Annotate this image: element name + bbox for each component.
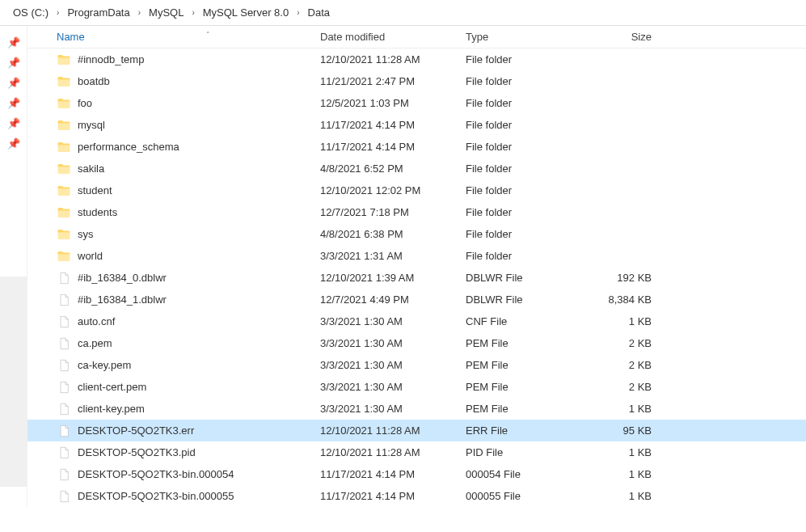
pin-icon[interactable]: 📌 [0, 93, 27, 113]
file-name: DESKTOP-5QO2TK3.err [78, 424, 194, 437]
breadcrumb-item[interactable]: OS (C:) [8, 5, 53, 20]
column-header-name[interactable]: Name ˄ [27, 31, 320, 43]
breadcrumb-item[interactable]: ProgramData [62, 5, 134, 20]
chevron-right-icon: › [192, 8, 194, 17]
column-header-size[interactable]: Size [579, 31, 668, 43]
file-row[interactable]: ca-key.pem3/3/2021 1:30 AMPEM File2 KB [27, 354, 806, 376]
pin-icon[interactable]: 📌 [0, 113, 27, 133]
sidebar-block [0, 277, 27, 487]
breadcrumb-item[interactable]: MySQL [144, 5, 188, 20]
file-icon [57, 358, 71, 373]
file-icon [57, 445, 71, 460]
file-row[interactable]: DESKTOP-5QO2TK3-bin.00005411/17/2021 4:1… [27, 463, 806, 485]
chevron-right-icon: › [138, 8, 141, 17]
file-type: PEM File [466, 381, 579, 393]
file-row[interactable]: client-key.pem3/3/2021 1:30 AMPEM File1 … [27, 398, 806, 420]
file-size: 95 KB [579, 424, 668, 437]
folder-icon [57, 184, 71, 198]
pin-icon[interactable]: 📌 [0, 133, 27, 154]
file-size: 2 KB [579, 359, 668, 371]
breadcrumb-item[interactable]: MySQL Server 8.0 [198, 5, 293, 20]
file-name: sakila [78, 163, 104, 175]
file-icon [57, 293, 71, 307]
file-size: 1 KB [579, 468, 668, 480]
file-date: 3/3/2021 1:30 AM [320, 403, 466, 415]
file-type: File folder [466, 75, 579, 87]
file-type: 000054 File [466, 468, 579, 480]
file-type: PEM File [466, 337, 579, 349]
folder-row[interactable]: world3/3/2021 1:31 AMFile folder [27, 245, 806, 267]
column-header-date[interactable]: Date modified [320, 31, 466, 43]
file-size: 2 KB [579, 337, 668, 349]
file-date: 3/3/2021 1:31 AM [320, 250, 466, 262]
file-type: DBLWR File [466, 272, 579, 284]
file-type: DBLWR File [466, 293, 579, 306]
folder-icon [57, 53, 71, 67]
file-date: 11/17/2021 4:14 PM [320, 490, 466, 502]
pin-icon[interactable]: 📌 [0, 73, 27, 93]
file-date: 4/8/2021 6:52 PM [320, 163, 466, 175]
file-date: 3/3/2021 1:30 AM [320, 337, 466, 349]
file-row[interactable]: DESKTOP-5QO2TK3-bin.00005511/17/2021 4:1… [27, 485, 806, 507]
folder-icon [57, 118, 71, 133]
file-type: File folder [466, 53, 579, 65]
folder-row[interactable]: performance_schema11/17/2021 4:14 PMFile… [27, 136, 806, 158]
file-size: 8,384 KB [579, 293, 668, 306]
file-date: 12/10/2021 11:28 AM [320, 446, 466, 458]
file-icon [57, 489, 71, 504]
folder-row[interactable]: boatdb11/21/2021 2:47 PMFile folder [27, 70, 806, 92]
file-icon [57, 380, 71, 395]
file-date: 11/17/2021 4:14 PM [320, 141, 466, 153]
folder-row[interactable]: students12/7/2021 7:18 PMFile folder [27, 201, 806, 223]
file-size: 1 KB [579, 403, 668, 415]
folder-icon [57, 227, 71, 242]
file-icon [57, 336, 71, 351]
file-row[interactable]: DESKTOP-5QO2TK3.err12/10/2021 11:28 AMER… [27, 420, 806, 441]
file-date: 12/5/2021 1:03 PM [320, 97, 466, 109]
folder-row[interactable]: foo12/5/2021 1:03 PMFile folder [27, 92, 806, 114]
file-size: 2 KB [579, 381, 668, 393]
file-name: sys [78, 228, 94, 240]
file-type: File folder [466, 141, 579, 153]
file-name: students [78, 206, 117, 218]
column-header-type[interactable]: Type [466, 31, 579, 43]
file-row[interactable]: ca.pem3/3/2021 1:30 AMPEM File2 KB [27, 332, 806, 354]
folder-row[interactable]: mysql11/17/2021 4:14 PMFile folder [27, 114, 806, 136]
file-row[interactable]: auto.cnf3/3/2021 1:30 AMCNF File1 KB [27, 310, 806, 332]
folder-row[interactable]: sakila4/8/2021 6:52 PMFile folder [27, 158, 806, 179]
file-list: Name ˄ Date modified Type Size #innodb_t… [27, 26, 806, 507]
file-name: ca-key.pem [78, 359, 131, 371]
file-icon [57, 271, 71, 285]
file-row[interactable]: client-cert.pem3/3/2021 1:30 AMPEM File2… [27, 376, 806, 398]
pin-icon[interactable]: 📌 [0, 53, 27, 73]
folder-icon [57, 205, 71, 220]
file-row[interactable]: #ib_16384_0.dblwr12/10/2021 1:39 AMDBLWR… [27, 267, 806, 289]
folder-row[interactable]: student12/10/2021 12:02 PMFile folder [27, 179, 806, 201]
file-name: mysql [78, 119, 105, 131]
file-icon [57, 467, 71, 482]
file-type: ERR File [466, 424, 579, 437]
sort-ascending-icon: ˄ [206, 31, 210, 39]
file-icon [57, 424, 71, 438]
pin-rail: 📌 📌 📌 📌 📌 📌 [0, 26, 27, 507]
pin-icon[interactable]: 📌 [0, 32, 27, 53]
folder-row[interactable]: sys4/8/2021 6:38 PMFile folder [27, 223, 806, 245]
file-row[interactable]: #ib_16384_1.dblwr12/7/2021 4:49 PMDBLWR … [27, 289, 806, 310]
file-type: File folder [466, 163, 579, 175]
breadcrumb: OS (C:)›ProgramData›MySQL›MySQL Server 8… [0, 0, 806, 26]
folder-icon [57, 96, 71, 111]
main: 📌 📌 📌 📌 📌 📌 Name ˄ Date modified Type Si… [0, 26, 806, 507]
file-name: performance_schema [78, 141, 179, 153]
file-date: 12/10/2021 11:28 AM [320, 424, 466, 437]
file-type: CNF File [466, 315, 579, 327]
file-name: DESKTOP-5QO2TK3-bin.000054 [78, 468, 234, 480]
folder-row[interactable]: #innodb_temp12/10/2021 11:28 AMFile fold… [27, 49, 806, 70]
file-type: File folder [466, 184, 579, 196]
file-name: boatdb [78, 75, 110, 87]
file-name: #ib_16384_0.dblwr [78, 272, 167, 284]
file-size: 1 KB [579, 315, 668, 327]
file-row[interactable]: DESKTOP-5QO2TK3.pid12/10/2021 11:28 AMPI… [27, 441, 806, 463]
file-date: 4/8/2021 6:38 PM [320, 228, 466, 240]
file-date: 11/17/2021 4:14 PM [320, 119, 466, 131]
breadcrumb-item[interactable]: Data [303, 5, 335, 20]
